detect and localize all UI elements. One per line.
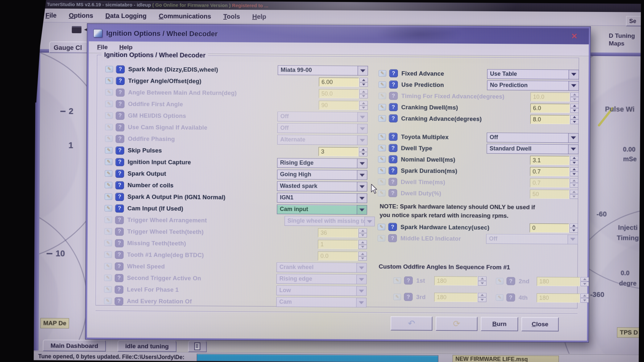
spinner-field[interactable]: 3 [318,147,367,157]
spinner-up-icon[interactable] [570,167,578,172]
spinner-down-icon[interactable] [359,233,367,238]
chevron-down-icon[interactable] [356,263,366,272]
menu-item-help[interactable]: Help [119,44,132,51]
help-icon[interactable]: ? [115,181,124,189]
spinner-down-icon[interactable] [360,82,368,87]
edit-pencil-icon[interactable]: ✎ [378,178,386,185]
edit-pencil-icon[interactable]: ✎ [378,167,386,174]
edit-pencil-icon[interactable]: ✎ [105,147,113,154]
edit-pencil-icon[interactable]: ✎ [104,275,112,281]
help-icon[interactable]: ? [116,100,124,108]
spinner-down-icon[interactable] [359,106,368,110]
dropdown[interactable]: Low [276,286,367,296]
edit-pencil-icon[interactable]: ✎ [496,278,504,284]
dropdown[interactable]: Rising Edge [277,158,367,168]
spinner-field[interactable]: 6.0 [530,103,579,113]
close-button[interactable]: Close [521,317,559,331]
spinner-up-icon[interactable] [359,240,367,244]
spinner-field[interactable]: 50.0 [319,89,368,99]
edit-pencil-icon[interactable]: ✎ [496,294,504,301]
spinner-down-icon[interactable] [581,282,589,286]
edit-pencil-icon[interactable]: ✎ [378,104,386,110]
spinner-up-icon[interactable] [359,147,368,152]
tab-gauge-cluster[interactable]: Gauge Cl [49,42,88,53]
spinner-up-icon[interactable] [478,276,486,281]
edit-pencil-icon[interactable]: ✎ [379,70,386,76]
menu-item-communications[interactable]: Communications [159,12,211,20]
spinner-field[interactable]: 0.0 [318,252,367,261]
menu-item-help[interactable]: Help [252,13,266,20]
edit-pencil-icon[interactable]: ✎ [104,240,112,246]
spinner-down-icon[interactable] [360,94,368,99]
spinner-field[interactable]: 0.7 [530,178,578,187]
spinner-field[interactable]: 180 [537,277,589,286]
spinner-value[interactable]: 6.0 [530,103,570,113]
help-icon[interactable]: ? [115,251,124,259]
spinner-value[interactable]: 10.0 [531,92,570,101]
spinner-value[interactable]: 0.0 [318,252,358,261]
dropdown[interactable]: Rising edge [276,274,367,284]
edit-pencil-icon[interactable]: ✎ [104,252,112,258]
spinner-up-icon[interactable] [581,277,589,281]
spinner-field[interactable]: 50 [530,189,578,199]
spinner-field[interactable]: 1 [318,240,367,249]
spinner-field[interactable]: 3.1 [530,156,578,165]
spinner-field[interactable]: 36 [318,228,367,238]
help-icon[interactable]: ? [116,146,124,154]
edit-pencil-icon[interactable]: ✎ [378,235,385,241]
help-icon[interactable]: ? [506,293,515,301]
help-icon[interactable]: ? [116,135,124,143]
spinner-value[interactable]: 180 [434,292,477,302]
settings-button-partial[interactable]: Se [626,16,641,26]
spinner-up-icon[interactable] [359,228,367,233]
help-icon[interactable]: ? [116,88,125,96]
spinner-field[interactable]: 180 [537,293,589,302]
chevron-down-icon[interactable] [356,275,366,284]
edit-pencil-icon[interactable]: ✎ [378,115,386,121]
spinner-up-icon[interactable] [359,252,367,256]
menu-item-data-logging[interactable]: Data Logging [105,12,147,20]
spinner-down-icon[interactable] [570,108,579,113]
edit-pencil-icon[interactable]: ✎ [378,190,386,196]
spinner-down-icon[interactable] [571,97,579,101]
help-icon[interactable]: ? [389,103,398,111]
tab-idle-and-tuning[interactable]: idle and tuning [118,340,177,352]
help-icon[interactable]: ? [389,92,398,100]
help-icon[interactable]: ? [389,189,397,197]
spinner-up-icon[interactable] [570,115,579,119]
help-icon[interactable]: ? [388,223,397,231]
spinner-value[interactable]: 90 [319,101,359,110]
chevron-down-icon[interactable] [358,66,368,75]
spinner-up-icon[interactable] [570,156,578,160]
edit-pencil-icon[interactable]: ✎ [379,81,386,88]
help-icon[interactable]: ? [404,276,413,284]
help-icon[interactable]: ? [115,262,123,270]
dropdown[interactable]: IGN1 [277,193,367,203]
chevron-down-icon[interactable] [357,170,367,179]
edit-pencil-icon[interactable]: ✎ [104,263,112,270]
spinner-down-icon[interactable] [570,228,578,233]
spinner-value[interactable]: 6.00 [319,78,359,87]
help-icon[interactable]: ? [115,239,124,247]
spinner-up-icon[interactable] [570,104,579,108]
help-icon[interactable]: ? [116,111,124,119]
print-icon[interactable] [72,26,82,33]
help-icon[interactable]: ? [116,65,125,73]
spinner-value[interactable]: 3 [318,147,358,157]
chevron-down-icon[interactable] [569,81,579,90]
dropdown[interactable]: Off [277,123,368,134]
spinner-value[interactable]: 36 [318,228,358,238]
help-icon[interactable]: ? [115,216,124,224]
dropdown[interactable]: Miata 99-00 [278,65,368,76]
help-icon[interactable]: ? [388,234,397,242]
chevron-down-icon[interactable] [568,145,578,154]
chevron-down-icon[interactable] [568,133,578,142]
dropdown[interactable]: No Prediction [487,80,579,90]
edit-pencil-icon[interactable]: ✎ [105,112,113,119]
revert-button[interactable]: ↶ [390,316,432,331]
spinner-value[interactable]: 8.0 [530,115,570,124]
help-icon[interactable]: ? [115,297,123,305]
menu-item-options[interactable]: Options [69,12,93,19]
edit-pencil-icon[interactable]: ✎ [105,136,113,142]
spinner-field[interactable]: 180 [434,276,486,285]
